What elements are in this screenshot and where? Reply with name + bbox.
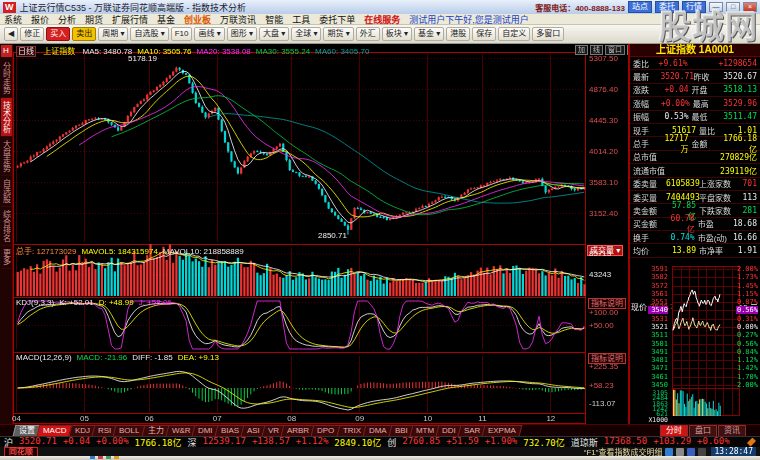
header-value: KDJ(9,3,3): [16, 298, 54, 307]
price-axis-label: 5307.50: [589, 54, 618, 63]
toolbar-button-修正[interactable]: 修正: [20, 27, 44, 41]
quote-value: 3529.96: [723, 99, 757, 108]
menu-item-报价[interactable]: 报价: [31, 13, 49, 26]
mini-percent-label: 2.00%: [736, 265, 758, 273]
toolbar-button-大盘[interactable]: 大盘 ▾: [259, 27, 289, 41]
mini-percent-label: 0.00%: [736, 323, 758, 331]
quote-value: 16.66: [733, 233, 757, 242]
kline-chart-canvas[interactable]: [13, 44, 586, 424]
toolbar-button-自定义[interactable]: 自定义: [498, 27, 530, 41]
low-annotation: 2850.71: [318, 231, 347, 240]
toolbar-button-期货[interactable]: 期货 ▾: [323, 27, 353, 41]
chat-icon[interactable]: [665, 448, 673, 456]
header-value: D: +48.99: [99, 298, 134, 307]
macd-axis-label: -113.07: [589, 399, 616, 408]
menu-item-万联资讯[interactable]: 万联资讯: [220, 13, 256, 26]
mini-price-label: 3572: [648, 282, 668, 290]
toolbar-button-保存[interactable]: 保存: [472, 27, 496, 41]
sidebar-tab-更多[interactable]: 更多: [1, 246, 12, 269]
menu-item-分析[interactable]: 分析: [58, 13, 76, 26]
quote-row: 委卖量6105839上涨家数701: [630, 178, 760, 191]
quick-button-trade[interactable]: 委托: [655, 1, 679, 13]
toolbar-button-多窗口[interactable]: 多窗口: [532, 27, 564, 41]
menu-item-在线服务[interactable]: 在线服务: [364, 13, 400, 26]
sidebar-tab-分时走势[interactable]: 分时走势: [1, 59, 12, 98]
month-label: 09: [355, 414, 364, 423]
quote-value: 3518.13: [723, 85, 757, 94]
month-label: 04: [12, 414, 21, 423]
toolbar-button-周期[interactable]: 周期 ▾: [98, 27, 128, 41]
toolbar-button-画线[interactable]: 画线 ▾: [194, 27, 224, 41]
toolbar-button-板块[interactable]: 板块 ▾: [382, 27, 412, 41]
toolbar-button-自选股[interactable]: 自选股 ▾: [130, 27, 168, 41]
taskbar-icon[interactable]: [114, 456, 119, 459]
indicator-tab-EXPMA[interactable]: EXPMA: [482, 425, 523, 436]
quick-button-quotes[interactable]: 行情: [682, 1, 706, 13]
header-value: MA30: 3555.24: [256, 47, 310, 56]
message-icon[interactable]: [687, 448, 695, 456]
mini-price-label: 3551: [648, 298, 668, 306]
quote-label: 现手: [633, 125, 666, 136]
toolbar-button-◀[interactable]: ◀: [4, 27, 18, 41]
price-axis-label: 3583.10: [589, 178, 618, 187]
kdj-axis-label: +100.00: [589, 308, 618, 317]
toolbar-button-F10[interactable]: F10: [171, 27, 193, 41]
user-icon[interactable]: [676, 448, 684, 456]
pin-icon[interactable]: H: [1, 45, 12, 57]
intraday-mini-chart[interactable]: [672, 266, 740, 420]
quote-label: 总手: [633, 138, 662, 149]
toolbar-button-图形[interactable]: 图形 ▾: [227, 27, 257, 41]
toolbar-button-买入[interactable]: 买入: [46, 27, 70, 41]
header-value: K: +52.01: [59, 298, 93, 307]
toolbar-button-基金[interactable]: 基金 ▾: [414, 27, 444, 41]
quote-value: +0.04: [662, 85, 688, 94]
volume-pane-header: 总手: 127173029MAVOL5: 184315974MAVOL10: 2…: [16, 245, 249, 256]
menu-item-系统[interactable]: 系统: [4, 13, 22, 26]
taskbar-icon[interactable]: [106, 456, 111, 459]
toolbar-button-外汇[interactable]: 外汇: [356, 27, 380, 41]
wrench-icon[interactable]: [747, 438, 756, 447]
toolbar-button-全球[interactable]: 全球 ▾: [291, 27, 321, 41]
mini-price-label: 3540: [648, 306, 668, 314]
overlay-button-加[interactable]: 加: [575, 45, 588, 55]
menu-item-智能[interactable]: 智能: [265, 13, 283, 26]
quote-label: 委买量: [633, 192, 666, 203]
maximize-button[interactable]: □: [726, 2, 740, 12]
quote-value: 3520.71: [660, 72, 690, 81]
menu-item-期货[interactable]: 期货: [85, 13, 103, 26]
mini-percent-label: 0.84%: [736, 348, 758, 356]
minimize-button[interactable]: —: [709, 2, 723, 12]
menu-item-委托下单[interactable]: 委托下单: [319, 13, 355, 26]
indicator-tab-label: MTM: [415, 426, 433, 436]
month-label: 10: [423, 414, 432, 423]
sidebar-tab-大盘走势[interactable]: 大盘走势: [1, 137, 12, 176]
quote-label: 平盘家数: [699, 192, 735, 203]
calendar-icon[interactable]: [698, 448, 706, 456]
indicator-tab-MACD[interactable]: MACD: [37, 425, 73, 436]
menu-item-工具[interactable]: 工具: [292, 13, 310, 26]
menu-item-创业板[interactable]: 创业板: [184, 13, 211, 26]
taskbar-icon[interactable]: [90, 456, 95, 459]
sidebar-tab-自选股[interactable]: 自选股: [1, 176, 12, 207]
close-button[interactable]: ×: [743, 2, 757, 12]
header-value: 总手: 127173029: [16, 247, 77, 256]
toolbar-button-港股[interactable]: 港股: [446, 27, 470, 41]
taskbar-icon[interactable]: [98, 456, 103, 459]
menu-item-扩展行情[interactable]: 扩展行情: [112, 13, 148, 26]
quick-button-site[interactable]: 站点: [628, 1, 652, 13]
quote-label: 市净率: [699, 245, 735, 256]
period-label[interactable]: 日线: [16, 46, 36, 57]
macd-pane-header: MACD(12,26,9)MACD: -21.96DIFF: -1.85DEA:…: [16, 353, 224, 362]
menu-item-基金[interactable]: 基金: [157, 13, 175, 26]
os-taskbar[interactable]: [0, 456, 760, 460]
chart-header: 日线 上证指数 MA5: 3480.78MA10: 3505.76MA20: 3…: [16, 45, 379, 56]
clock: 13:28:47: [711, 447, 756, 456]
indicator-tab-label: DMA: [369, 426, 387, 436]
sidebar-tab-综合排名[interactable]: 综合排名: [1, 207, 12, 246]
mini-price-label: 3561: [648, 290, 668, 298]
toolbar-button-卖出[interactable]: 卖出: [72, 27, 96, 41]
quote-row-full: 总市值270829亿: [630, 151, 760, 164]
mini-price-label: 3471: [648, 364, 668, 372]
sidebar-tab-技术分析[interactable]: 技术分析: [1, 98, 12, 137]
quote-label: 均价: [633, 245, 666, 256]
